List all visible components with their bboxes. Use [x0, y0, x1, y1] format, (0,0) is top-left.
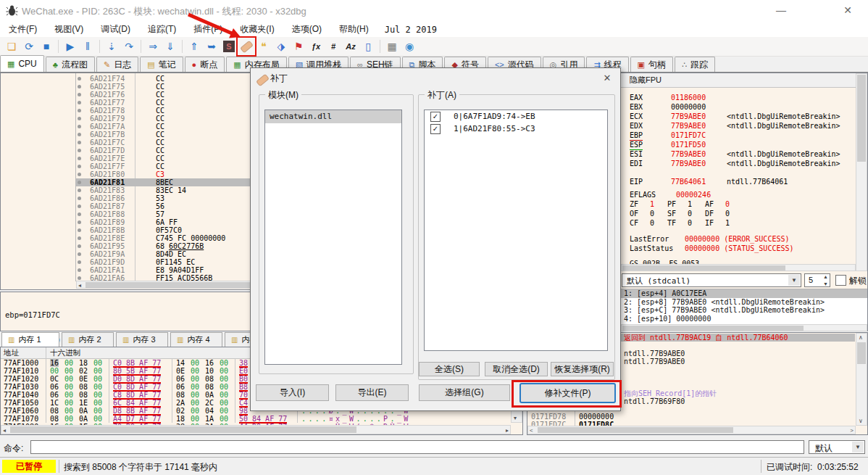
command-mode-select[interactable]: 默认 ▼ — [809, 440, 865, 454]
register-row[interactable]: EDX77B9ABE0<ntdll.DbgUiRemoteBreakin> — [621, 122, 867, 131]
import-button[interactable]: 导入(I) — [256, 384, 329, 401]
menu-item-选[interactable]: 选项(O) — [283, 22, 330, 37]
strings-icon[interactable]: Az — [343, 38, 359, 54]
argument-row[interactable]: 4: [esp+10] 00000000 — [621, 315, 867, 323]
breakpoint-dot-icon[interactable] — [78, 276, 81, 280]
step-out-icon[interactable]: ⇓ — [162, 38, 178, 54]
tab-断点[interactable]: ●断点 — [185, 57, 225, 72]
breakpoint-dot-icon[interactable] — [78, 93, 81, 96]
patch-list-item[interactable]: ✓0|6A7F1AD9:74->EB — [425, 110, 607, 123]
argument-count-stepper[interactable]: 5 ▲ ▼ — [804, 273, 830, 287]
breakpoint-dot-icon[interactable] — [78, 228, 81, 232]
command-input[interactable] — [30, 440, 804, 454]
menu-item-视[interactable]: 视图(V) — [46, 22, 92, 37]
memory-tab-4[interactable]: ▥内存 4 — [170, 332, 222, 347]
patch-icon[interactable] — [238, 38, 254, 54]
stack-vscrollbar[interactable]: ∧ ∨ — [856, 333, 867, 426]
argument-row[interactable]: 1: [esp+4] A0C17EEA — [621, 289, 867, 298]
calling-convention-select[interactable]: 默认 (stdcall) ▼ — [622, 273, 801, 287]
menu-item-追[interactable]: 追踪(T) — [139, 22, 185, 37]
deselect-all-button[interactable]: 取消全选(D) — [485, 362, 548, 376]
tab-笔记[interactable]: ▤笔记 — [140, 57, 183, 72]
breakpoint-dot-icon[interactable] — [78, 133, 81, 136]
function-icon[interactable]: ƒx — [308, 38, 324, 54]
unlock-checkbox[interactable] — [835, 275, 846, 286]
modules-list[interactable]: wechatwin.dll — [264, 110, 402, 365]
register-row[interactable]: EBX00000000 — [621, 103, 867, 112]
argument-row[interactable]: 2: [esp+8] 77B9ABE0 <ntdll.DbgUiRemoteBr… — [621, 298, 867, 307]
stepper-up-icon[interactable]: ▲ — [823, 274, 828, 279]
restore-selection-button[interactable]: 恢复选择项(R) — [551, 362, 614, 376]
tab-流程图[interactable]: ♣流程图 — [46, 57, 95, 72]
device-icon[interactable]: ▯ — [360, 38, 376, 54]
patches-list[interactable]: ✓0|6A7F1AD9:74->EB✓1|6AD21F80:55->C3 — [424, 110, 608, 351]
step-over-icon[interactable]: ↷ — [121, 38, 137, 54]
attach-icon[interactable]: ➥ — [204, 38, 220, 54]
breakpoint-dot-icon[interactable] — [78, 236, 81, 240]
registers-hscrollbar[interactable] — [621, 264, 856, 271]
register-row[interactable]: EDI77B9ABE0<ntdll.DbgUiRemoteBreakin> — [621, 160, 867, 168]
breakpoint-dot-icon[interactable] — [78, 268, 81, 272]
breakpoint-dot-icon[interactable] — [78, 149, 81, 152]
arguments-list[interactable]: 1: [esp+4] A0C17EEA2: [esp+8] 77B9ABE0 <… — [621, 289, 867, 325]
stop-icon[interactable]: ■ — [38, 38, 54, 54]
registers-vscrollbar[interactable] — [856, 73, 867, 271]
stack-row[interactable]: 0171FD7800000000 — [527, 413, 855, 421]
register-row[interactable]: EAX01186000 — [621, 94, 867, 102]
breakpoint-dot-icon[interactable] — [78, 157, 81, 160]
minimize-button[interactable]: — — [765, 1, 797, 19]
run-to-user-code-icon[interactable]: ⇑ — [186, 38, 202, 54]
close-button[interactable]: ✕ — [832, 1, 864, 19]
register-row[interactable]: ESP0171FD50 — [621, 141, 867, 149]
patch-dialog-titlebar[interactable]: 补丁 ✕ — [251, 68, 620, 88]
module-list-item[interactable]: wechatwin.dll — [265, 110, 401, 123]
breakpoint-dot-icon[interactable] — [78, 77, 81, 80]
breakpoint-dot-icon[interactable] — [78, 141, 81, 144]
label-icon[interactable]: ⬗ — [273, 38, 289, 54]
memory-tab-1[interactable]: ▥内存 1 — [1, 332, 59, 347]
argument-row[interactable]: 3: [esp+C] 77B9ABE0 <ntdll.DbgUiRemoteBr… — [621, 306, 867, 315]
export-button[interactable]: 导出(E) — [335, 384, 409, 401]
dialog-close-icon[interactable]: ✕ — [600, 71, 614, 86]
memory-row[interactable]: 77AF107008000A00A4 D7 AF 7718001A0050 84… — [1, 415, 511, 423]
breakpoint-dot-icon[interactable] — [78, 252, 81, 256]
tab-CPU[interactable]: ▦CPU — [0, 55, 44, 72]
menu-item-调[interactable]: 调试(D) — [92, 22, 139, 37]
menu-item-插[interactable]: 插件(P) — [185, 22, 231, 37]
memory-tab-3[interactable]: ▥内存 3 — [116, 332, 168, 347]
breakpoint-dot-icon[interactable] — [78, 244, 81, 248]
breakpoint-dot-icon[interactable] — [78, 173, 81, 176]
breakpoint-dot-icon[interactable] — [78, 125, 81, 128]
patch-checkbox[interactable]: ✓ — [430, 124, 441, 134]
execute-till-return-icon[interactable]: ⇒ — [145, 38, 161, 54]
breakpoint-dot-icon[interactable] — [78, 181, 81, 184]
register-row[interactable]: EBP0171FD7C — [621, 131, 867, 140]
select-all-button[interactable]: 全选(S) — [419, 362, 480, 376]
tab-句柄[interactable]: ▣句柄 — [630, 57, 673, 72]
register-row[interactable]: ESI77B9ABE0<ntdll.DbgUiRemoteBreakin> — [621, 150, 867, 159]
breakpoint-dot-icon[interactable] — [78, 212, 81, 216]
calculator-icon[interactable]: ▦ — [384, 38, 400, 54]
comment-icon[interactable]: ❝ — [256, 38, 272, 54]
register-row[interactable]: EIP77B64061ntdll.77B64061 — [621, 178, 867, 186]
memory-hscrollbar[interactable]: ◂ ▸ — [1, 425, 511, 434]
breakpoint-dot-icon[interactable] — [78, 260, 81, 264]
register-row[interactable]: ECX77B9ABE0<ntdll.DbgUiRemoteBreakin> — [621, 112, 867, 121]
pick-groups-button[interactable]: 选择组(G) — [419, 384, 510, 401]
tab-跟踪[interactable]: ∴跟踪 — [675, 57, 715, 72]
breakpoint-dot-icon[interactable] — [78, 205, 81, 208]
restart-icon[interactable]: ⟳ — [21, 38, 37, 54]
menu-item-文[interactable]: 文件(F) — [0, 22, 46, 37]
breakpoint-dot-icon[interactable] — [78, 165, 81, 168]
stepper-down-icon[interactable]: ▼ — [823, 281, 828, 286]
tab-日志[interactable]: ✎日志 — [96, 57, 138, 72]
memory-tab-2[interactable]: ▥内存 2 — [62, 332, 114, 347]
step-into-icon[interactable]: ⇣ — [104, 38, 120, 54]
breakpoint-dot-icon[interactable] — [78, 189, 81, 192]
pause-icon[interactable]: ‖ — [80, 38, 96, 54]
patch-list-item[interactable]: ✓1|6AD21F80:55->C3 — [425, 123, 607, 135]
breakpoint-dot-icon[interactable] — [78, 101, 81, 104]
arguments-hscrollbar[interactable] — [621, 324, 867, 331]
breakpoint-dot-icon[interactable] — [78, 197, 81, 200]
hash-icon[interactable]: # — [325, 38, 341, 54]
